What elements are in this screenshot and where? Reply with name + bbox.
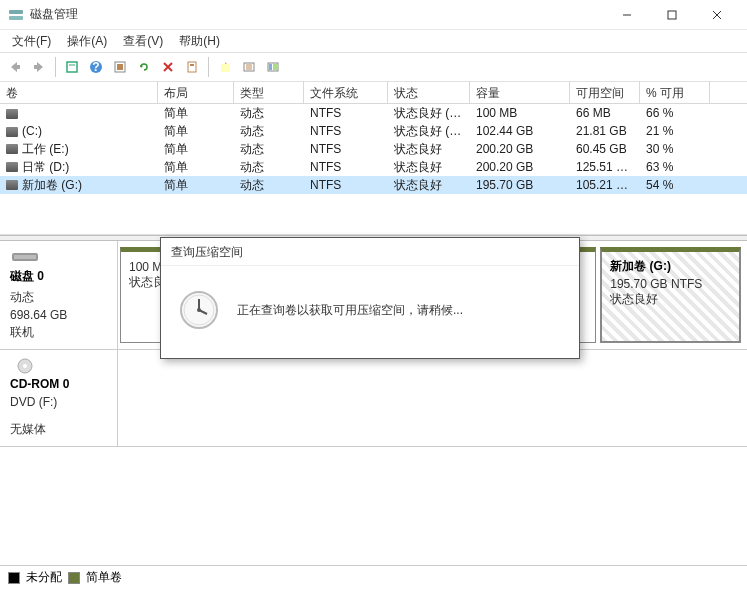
col-layout[interactable]: 布局 [158, 82, 234, 103]
delete-button[interactable] [157, 56, 179, 78]
volume-icon [6, 162, 18, 172]
table-row[interactable]: 日常 (D:)简单动态NTFS状态良好200.20 GB125.51 …63 % [0, 158, 747, 176]
svg-rect-23 [273, 64, 277, 70]
menu-help[interactable]: 帮助(H) [171, 31, 228, 52]
cdrom-icon [10, 358, 40, 374]
cdrom-info[interactable]: CD-ROM 0 DVD (F:) 无媒体 [0, 350, 118, 446]
toolbar: ? [0, 52, 747, 82]
close-button[interactable] [694, 1, 739, 29]
svg-rect-25 [14, 255, 36, 259]
svg-rect-0 [9, 10, 23, 14]
help-button[interactable]: ? [85, 56, 107, 78]
svg-rect-16 [221, 64, 230, 72]
cdrom-partitions [118, 350, 747, 446]
refresh-button[interactable] [133, 56, 155, 78]
back-button[interactable] [4, 56, 26, 78]
volume-icon [6, 127, 18, 137]
legend-swatch-unallocated [8, 572, 20, 584]
table-row[interactable]: 新加卷 (G:)简单动态NTFS状态良好195.70 GB105.21 …54 … [0, 176, 747, 194]
list-body: 简单动态NTFS状态良好 (…100 MB66 MB66 %(C:)简单动态NT… [0, 104, 747, 234]
svg-rect-14 [188, 62, 196, 72]
svg-rect-6 [67, 62, 77, 72]
svg-rect-15 [190, 64, 194, 66]
settings-button[interactable] [109, 56, 131, 78]
list-button[interactable] [238, 56, 260, 78]
cdrom-status: 无媒体 [10, 421, 107, 438]
shrink-query-dialog: 查询压缩空间 正在查询卷以获取可用压缩空间，请稍候... [160, 237, 580, 359]
svg-rect-11 [117, 64, 123, 70]
dialog-text: 正在查询卷以获取可用压缩空间，请稍候... [237, 302, 463, 319]
window-controls [604, 1, 739, 29]
column-headers: 卷 布局 类型 文件系统 状态 容量 可用空间 % 可用 [0, 82, 747, 104]
col-volume[interactable]: 卷 [0, 82, 158, 103]
menu-file[interactable]: 文件(F) [4, 31, 59, 52]
partition[interactable]: 新加卷 (G:)195.70 GB NTFS状态良好 [600, 247, 741, 343]
properties-button[interactable] [61, 56, 83, 78]
volume-icon [6, 144, 18, 154]
minimize-button[interactable] [604, 1, 649, 29]
table-row[interactable]: (C:)简单动态NTFS状态良好 (…102.44 GB21.81 GB21 % [0, 122, 747, 140]
svg-text:?: ? [92, 60, 99, 74]
volume-icon [6, 180, 18, 190]
col-filesystem[interactable]: 文件系统 [304, 82, 388, 103]
table-row[interactable]: 简单动态NTFS状态良好 (…100 MB66 MB66 % [0, 104, 747, 122]
cdrom-row: CD-ROM 0 DVD (F:) 无媒体 [0, 350, 747, 447]
forward-button[interactable] [28, 56, 50, 78]
svg-point-32 [197, 308, 201, 312]
col-percent[interactable]: % 可用 [640, 82, 710, 103]
toolbar-separator [208, 57, 209, 77]
cdrom-drive: DVD (F:) [10, 395, 107, 409]
disk-name: 磁盘 0 [10, 268, 107, 285]
col-status[interactable]: 状态 [388, 82, 470, 103]
menu-view[interactable]: 查看(V) [115, 31, 171, 52]
svg-rect-1 [9, 16, 23, 20]
cdrom-name: CD-ROM 0 [10, 377, 107, 391]
legend-swatch-simple [68, 572, 80, 584]
legend-unallocated: 未分配 [26, 569, 62, 586]
dialog-title: 查询压缩空间 [161, 238, 579, 266]
disk-status: 联机 [10, 324, 107, 341]
table-row[interactable]: 工作 (E:)简单动态NTFS状态良好200.20 GB60.45 GB30 % [0, 140, 747, 158]
eject-button[interactable] [181, 56, 203, 78]
disk-type: 动态 [10, 289, 107, 306]
new-button[interactable] [214, 56, 236, 78]
window-title: 磁盘管理 [30, 6, 604, 23]
legend-simple: 简单卷 [86, 569, 122, 586]
dialog-body: 正在查询卷以获取可用压缩空间，请稍候... [161, 266, 579, 358]
menubar: 文件(F) 操作(A) 查看(V) 帮助(H) [0, 30, 747, 52]
col-capacity[interactable]: 容量 [470, 82, 570, 103]
titlebar: 磁盘管理 [0, 0, 747, 30]
volume-list[interactable]: 卷 布局 类型 文件系统 状态 容量 可用空间 % 可用 简单动态NTFS状态良… [0, 82, 747, 235]
clock-icon [179, 290, 219, 330]
disk-size: 698.64 GB [10, 308, 107, 322]
disk-info[interactable]: 磁盘 0 动态 698.64 GB 联机 [0, 241, 118, 349]
maximize-button[interactable] [649, 1, 694, 29]
menu-action[interactable]: 操作(A) [59, 31, 115, 52]
col-type[interactable]: 类型 [234, 82, 304, 103]
volume-icon [6, 109, 18, 119]
col-free[interactable]: 可用空间 [570, 82, 640, 103]
svg-rect-3 [668, 11, 676, 19]
toolbar-separator [55, 57, 56, 77]
svg-point-27 [23, 364, 27, 368]
graphical-button[interactable] [262, 56, 284, 78]
legend: 未分配 简单卷 [0, 565, 747, 589]
svg-rect-22 [269, 64, 272, 70]
disk-icon [10, 249, 40, 265]
app-icon [8, 7, 24, 23]
